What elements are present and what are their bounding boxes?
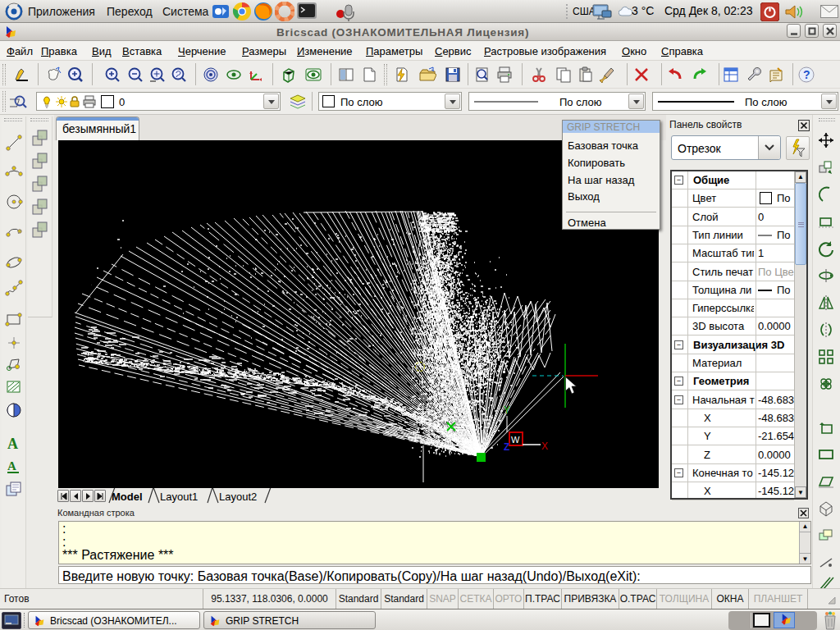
- svg-text:A: A: [7, 436, 18, 452]
- svg-text:?: ?: [803, 68, 810, 81]
- svg-text:X: X: [541, 441, 548, 452]
- svg-text:Y: Y: [504, 404, 510, 416]
- svg-text:A: A: [7, 459, 16, 472]
- svg-text:W: W: [511, 435, 520, 445]
- svg-text:Z: Z: [504, 441, 509, 453]
